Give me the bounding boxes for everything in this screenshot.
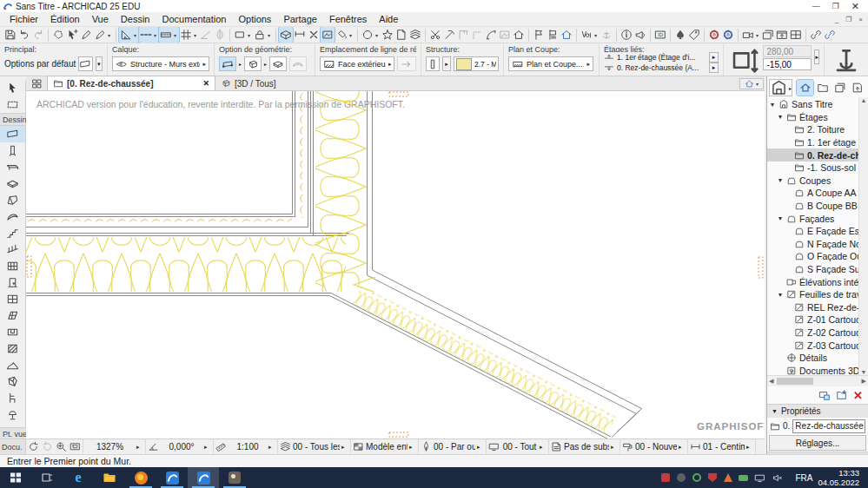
quickbar-segment-10[interactable]: 01 - Centimètre▸: [688, 439, 756, 454]
taskbar-taskview-button[interactable]: [31, 467, 63, 488]
tab-overview-icon[interactable]: [26, 76, 47, 90]
tool-morph-button[interactable]: [0, 373, 25, 390]
geometry-option-4[interactable]: [289, 56, 307, 71]
tool-marquee-button[interactable]: [0, 96, 25, 113]
menu-vue[interactable]: Vue: [86, 13, 115, 25]
tree-expand-icon[interactable]: ▼: [777, 215, 784, 221]
story-name-field[interactable]: Rez-de-chaussée: [792, 419, 865, 433]
tree-horizontal-scrollbar[interactable]: ◀▶: [767, 375, 868, 386]
toolbar-wallref-icon[interactable]: ▾: [159, 27, 179, 43]
quickbar-segment-2[interactable]: 0,000°▸: [146, 439, 214, 454]
menu-fichier[interactable]: Fichier: [3, 13, 44, 25]
tree-item-z-03-cartouche-03-ir[interactable]: Z-03 Cartouche 03 (Ir: [767, 339, 858, 352]
tree-item-o-fac-ade-ouest-mo[interactable]: O Façade Ouest (Mo: [767, 250, 858, 263]
toolbar-frame-icon[interactable]: [321, 27, 335, 43]
navigator-preview-toggle[interactable]: ▾: [739, 78, 764, 89]
toolbar-cornerdim-icon[interactable]: [470, 27, 484, 43]
shield-icon[interactable]: [707, 473, 717, 483]
tool-zone-button[interactable]: [0, 340, 25, 357]
tool-window-button[interactable]: [0, 291, 25, 307]
tree-expand-icon[interactable]: ▼: [777, 177, 784, 183]
tree-item-e-tages[interactable]: ▼Étages: [767, 111, 858, 124]
speaker-muted-icon[interactable]: [772, 472, 783, 484]
composite-dropdown[interactable]: 2.7 - Mur int. - C...: [454, 56, 499, 71]
quickbar-segment-9[interactable]: 00 - Nouvelle c...▸: [620, 439, 688, 454]
menu-documentation[interactable]: Documentation: [156, 13, 232, 25]
tree-expand-icon[interactable]: ▼: [777, 292, 784, 298]
navigator-tab-layout-book[interactable]: [832, 80, 849, 96]
layer-dropdown[interactable]: Structure - Murs extérieurs ▸: [112, 56, 209, 71]
monitor-icon[interactable]: [754, 472, 765, 484]
quickbar-dropdown-icon[interactable]: ▸: [679, 444, 686, 451]
structure-type-button[interactable]: [426, 56, 440, 71]
quickbar-segment-6[interactable]: 00 - Par outils ...▸: [419, 439, 487, 454]
toolbar-flaglist-icon[interactable]: [546, 27, 560, 43]
taskbar-firefox-button[interactable]: [125, 467, 156, 488]
toolbar-leaf-icon[interactable]: [213, 27, 227, 43]
settings-button[interactable]: Réglages...: [769, 435, 866, 451]
quickbar-dropdown-icon[interactable]: ▸: [540, 444, 547, 451]
toolbar-cameratool-icon[interactable]: ▾: [741, 27, 761, 43]
tree-item-documents-3d[interactable]: Documents 3D: [767, 364, 858, 375]
toolbar-hometool-icon[interactable]: [512, 27, 526, 43]
cone-icon[interactable]: [723, 473, 732, 483]
toolbar-bucket-icon[interactable]: ▾: [335, 27, 354, 43]
toolbar-gridtool-icon[interactable]: ▾: [179, 27, 199, 43]
project-chooser-button[interactable]: ▸: [769, 79, 792, 96]
quickbar-segment-5[interactable]: Modèle entier▸: [351, 439, 419, 454]
tool-slab-button[interactable]: [0, 175, 25, 192]
toolbar-photo-icon[interactable]: [498, 27, 512, 43]
quickbar-segment-4[interactable]: 00 - Tous les ca...▸: [278, 439, 351, 454]
geometry-option-2[interactable]: [244, 56, 262, 71]
tool-open-button[interactable]: [0, 324, 25, 340]
tree-item-b-coupe-bb-mode-le[interactable]: B Coupe BB (Modèle: [767, 200, 858, 213]
toolbar-anchor-icon[interactable]: [600, 27, 613, 43]
toolbar-pen2-icon[interactable]: ▾: [93, 27, 113, 43]
toolbar-scissors-icon[interactable]: [428, 27, 442, 43]
taskbar-start-button[interactable]: [0, 467, 31, 488]
tree-item-z-01-cartouche-01-ir[interactable]: Z-01 Cartouche 01 (Ir: [767, 313, 858, 326]
geometry-option-3[interactable]: [269, 56, 287, 71]
toolbar-infotool-icon[interactable]: [620, 27, 633, 43]
tool-door-button[interactable]: [0, 274, 25, 291]
tree-item-fac-ades[interactable]: ▼Façades: [767, 212, 858, 225]
toolbar-slope-icon[interactable]: [199, 27, 213, 43]
tree-expand-icon[interactable]: ▼: [769, 102, 776, 108]
circle-icon[interactable]: [676, 473, 686, 483]
navigator-tab-project-map[interactable]: [797, 80, 813, 96]
quickbar-segment-8[interactable]: Pas de substitu...▸: [549, 439, 620, 454]
tool-chair-button[interactable]: [0, 390, 25, 406]
tree-item-z-02-cartouche-02-ir[interactable]: Z-02 Cartouche 02 (Ir: [767, 326, 858, 340]
story-bottom-dropdown[interactable]: ▸: [709, 63, 719, 73]
tool-sky-button[interactable]: [0, 307, 25, 324]
tree-item-1-1er-e-tage[interactable]: 1. 1er étage: [767, 136, 858, 149]
toolbar-save-icon[interactable]: [3, 27, 17, 43]
quickbar-dropdown-icon[interactable]: ▸: [268, 444, 275, 451]
tool-stair-button[interactable]: [0, 225, 25, 241]
toolbar-arctool-icon[interactable]: [484, 27, 498, 43]
sommet-dropdown[interactable]: ▸: [814, 49, 819, 64]
wall-default-button[interactable]: [78, 56, 92, 71]
menu-aide[interactable]: Aide: [373, 13, 404, 25]
taskbar-archicad-button[interactable]: [156, 467, 188, 488]
tab-rez-de-chaussee[interactable]: [0. Rez-de-chaussée] ✕: [47, 76, 215, 90]
toolbar-dimruler-icon[interactable]: [293, 27, 307, 43]
toolbar-link2-icon[interactable]: [823, 27, 837, 43]
tree-vertical-scrollbar[interactable]: ▲▼: [858, 97, 868, 375]
taskbar-clock[interactable]: 13:3304.05.2022: [818, 468, 868, 487]
taskbar-gimp-button[interactable]: [219, 467, 250, 488]
tool-roof-button[interactable]: [0, 192, 25, 208]
language-indicator[interactable]: FRA: [795, 473, 812, 483]
toolbox-section-dessin[interactable]: Dessin: [0, 113, 25, 126]
toolbar-circletool-icon[interactable]: ▾: [361, 27, 381, 43]
menu-partage[interactable]: Partage: [277, 13, 323, 25]
refline-dropdown[interactable]: Face extérieure ▸: [320, 56, 394, 71]
default-options-dropdown[interactable]: ▾: [96, 56, 103, 71]
toolbar-link1-icon[interactable]: [809, 27, 823, 43]
tab-close-icon[interactable]: ✕: [202, 79, 209, 88]
toolbar-polysel-icon[interactable]: [51, 27, 65, 43]
toolbar-vatool-icon[interactable]: ▾: [580, 27, 600, 43]
toolbar-tagtool-icon[interactable]: [687, 27, 701, 43]
navigator-tab-publisher[interactable]: [850, 80, 866, 96]
quickbar-dropdown-icon[interactable]: ▸: [409, 444, 416, 451]
